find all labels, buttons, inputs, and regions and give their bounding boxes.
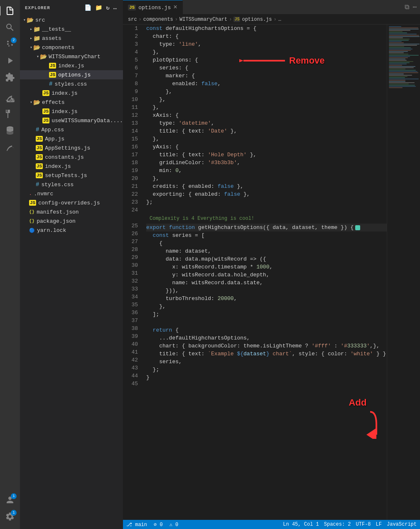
tree-item-package.json[interactable]: {}package.json — [20, 217, 123, 226]
file-icon-App.css: # — [36, 126, 39, 133]
code-line-6: series: { — [146, 64, 387, 72]
tree-item-config-overrides.js[interactable]: JSconfig-overrides.js — [20, 198, 123, 207]
tree-label-yarn.lock: yarn.lock — [37, 227, 66, 234]
tree-item-__tests__[interactable]: ▸📁__tests__ — [20, 25, 123, 34]
run-icon[interactable] — [2, 53, 17, 68]
line-number-11: 11 — [125, 103, 138, 111]
tree-item-src[interactable]: ▾📂src — [20, 15, 123, 25]
tree-item-index.js-1[interactable]: JSindex.js — [20, 61, 123, 70]
line-number-9: 9 — [125, 88, 138, 96]
test-icon[interactable] — [2, 106, 17, 121]
extensions-icon[interactable] — [2, 70, 17, 85]
line-number-39: 39 — [125, 332, 138, 340]
line-number-37: 37 — [125, 317, 138, 325]
tree-item-effects-index[interactable]: JSindex.js — [20, 107, 123, 116]
line-number-7: 7 — [125, 72, 138, 80]
tree-label-constants.js: constants.js — [45, 154, 84, 160]
line-number-5: 5 — [125, 56, 138, 64]
code-line-37 — [146, 318, 387, 326]
code-line-12: xAxis: { — [146, 111, 387, 119]
tree-item-App.js[interactable]: JSApp.js — [20, 134, 123, 143]
main-container: EXPLORER 📄 📁 ↻ … ▾📂src▸📁__tests__▸📁asset… — [20, 0, 420, 529]
refresh-icon[interactable]: ↻ — [105, 3, 111, 12]
activity-bar: 2 1 1 — [0, 0, 20, 529]
tree-label-config-overrides.js: config-overrides.js — [38, 200, 100, 206]
folder-icon-assets: 📁 — [33, 35, 40, 42]
split-editor-icon[interactable]: ⧉ — [405, 3, 409, 11]
line-number-12: 12 — [125, 111, 138, 119]
status-bar: ⎇ main ⊘ 0 ⚠ 0 Ln 45, Col 1 Spaces: 2 UT… — [123, 520, 420, 529]
breadcrumb-components[interactable]: components — [143, 17, 173, 22]
branch-status[interactable]: ⎇ main — [126, 522, 147, 528]
line-number-28: 28 — [125, 246, 138, 253]
code-line-41: title: { text: `Example ${dataset} chart… — [146, 350, 387, 358]
tree-item-WITSSummaryChart[interactable]: ▾📂WITSSummaryChart — [20, 52, 123, 61]
tree-item-styles.css-2[interactable]: #styles.css — [20, 180, 123, 189]
line-number-24: 24 — [125, 206, 138, 214]
spaces-status[interactable]: Spaces: 2 — [324, 522, 351, 527]
editor-content: 1234567891011121314151617181920212223242… — [123, 25, 420, 520]
collapse-icon[interactable]: … — [113, 3, 118, 12]
new-folder-icon[interactable]: 📁 — [94, 3, 103, 12]
tree-item-useWITSSummaryData[interactable]: JSuseWITSSummaryData.... — [20, 116, 123, 125]
tree-label-.nvmrc: .nvmrc — [34, 191, 54, 197]
breadcrumb-file[interactable]: options.js — [242, 17, 272, 22]
tree-item-yarn.lock[interactable]: 🔵yarn.lock — [20, 226, 123, 235]
tree-label-App.css: App.css — [41, 127, 64, 133]
language-status[interactable]: JavaScript — [387, 522, 417, 527]
settings-badge: 1 — [11, 510, 17, 516]
tree-item-.nvmrc[interactable]: ..nvmrc — [20, 189, 123, 198]
warnings-status[interactable]: ⚠ 0 — [169, 522, 179, 528]
tree-item-assets[interactable]: ▸📁assets — [20, 34, 123, 43]
folder-icon-WITSSummaryChart: 📂 — [40, 53, 47, 60]
tree-item-App.css[interactable]: #App.css — [20, 125, 123, 134]
breadcrumb-src[interactable]: src — [128, 17, 137, 22]
line-number-41: 41 — [125, 348, 138, 356]
tab-options-js[interactable]: JS options.js × — [123, 0, 183, 15]
code-line-4: }, — [146, 48, 387, 56]
encoding-status[interactable]: UTF-8 — [356, 522, 371, 527]
file-icon-styles.css-1: # — [49, 81, 52, 87]
settings-icon[interactable]: 1 — [2, 509, 17, 524]
tree-item-index.js-2[interactable]: JSindex.js — [20, 89, 123, 98]
account-icon[interactable]: 1 — [2, 492, 17, 507]
explorer-icon[interactable] — [2, 3, 17, 18]
errors-status[interactable]: ⊘ 0 — [154, 522, 163, 528]
tab-close-button[interactable]: × — [173, 4, 177, 11]
code-area[interactable]: const defaultHighchartsOptions = { chart… — [143, 25, 387, 520]
tree-item-AppSettings.js[interactable]: JSAppSettings.js — [20, 143, 123, 153]
tree-item-styles.css-1[interactable]: #styles.css — [20, 79, 123, 89]
tree-item-index.js-3[interactable]: JSindex.js — [20, 162, 123, 171]
tree-item-effects[interactable]: ▾📂effects — [20, 98, 123, 107]
search-icon[interactable] — [2, 20, 17, 35]
new-file-icon[interactable]: 📄 — [84, 3, 93, 12]
more-actions-icon[interactable]: ⋯ — [413, 3, 417, 11]
code-line-31: y: witsRecord.data.hole_depth, — [146, 271, 387, 279]
line-number-14: 14 — [125, 127, 138, 135]
source-control-icon[interactable]: 2 — [2, 37, 17, 52]
code-line-18: gridLineColor: '#3b3b3b', — [146, 159, 387, 167]
breadcrumb-chart[interactable]: WITSSummaryChart — [179, 17, 227, 22]
breadcrumb-more[interactable]: … — [278, 17, 281, 22]
file-tree: ▾📂src▸📁__tests__▸📁assets▾📂components▾📂WI… — [20, 15, 123, 529]
code-line-7: marker: { — [146, 72, 387, 80]
file-icon-index.js-1: JS — [49, 63, 56, 69]
folder-icon-__tests__: 📁 — [33, 26, 40, 33]
line-number-45: 45 — [125, 380, 138, 388]
status-right: Ln 45, Col 1 Spaces: 2 UTF-8 LF JavaScri… — [283, 522, 417, 527]
database-icon[interactable] — [2, 123, 17, 138]
file-icon-index.js-3: JS — [36, 163, 43, 169]
leaf-icon[interactable] — [2, 140, 17, 155]
ln-col-status[interactable]: Ln 45, Col 1 — [283, 522, 319, 527]
code-line-8: enabled: false, — [146, 80, 387, 88]
tree-item-components[interactable]: ▾📂components — [20, 43, 123, 52]
tree-item-options.js[interactable]: JSoptions.js — [20, 70, 123, 79]
line-ending-status[interactable]: LF — [376, 522, 382, 527]
tree-item-constants.js[interactable]: JSconstants.js — [20, 153, 123, 162]
tree-item-manifest.json[interactable]: {}manifest.json — [20, 207, 123, 217]
source-control-badge: 2 — [11, 37, 17, 43]
remote-icon[interactable] — [2, 90, 17, 105]
tree-item-setupTests.js[interactable]: JSsetupTests.js — [20, 171, 123, 180]
line-numbers: 1234567891011121314151617181920212223242… — [123, 25, 143, 520]
codelens-icon — [355, 225, 360, 230]
